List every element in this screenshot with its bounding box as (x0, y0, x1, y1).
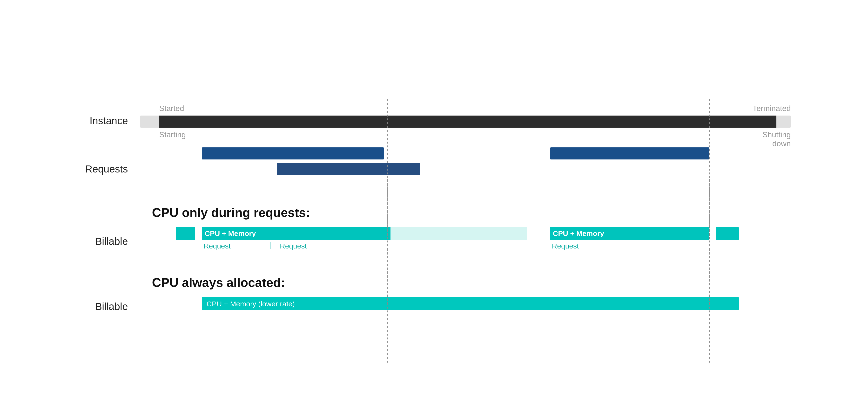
instance-row: Instance Started Terminated Starting Shu… (78, 104, 791, 138)
instance-post-bar (776, 116, 791, 128)
billable-always-bar: CPU + Memory (lower rate) (202, 297, 739, 310)
instance-top-labels: Started Terminated (140, 104, 791, 113)
requests-area (140, 147, 791, 191)
requests-row: Requests (78, 147, 791, 191)
terminated-label: Terminated (752, 104, 790, 113)
instance-main-bar (159, 116, 776, 128)
instance-timeline: Started Terminated Starting Shutting dow… (140, 104, 791, 138)
billable-sub-request-3: Request (552, 242, 579, 250)
diagram-container: Instance Started Terminated Starting Shu… (49, 85, 820, 336)
billable-sub-request-1: Request (204, 242, 231, 250)
billable-cpu-memory-label-2: CPU + Memory (553, 229, 604, 237)
billable-sub-request-2: Request (280, 242, 307, 250)
billable-seg-req3: CPU + Memory (550, 227, 710, 240)
cpu-always-heading: CPU always allocated: (78, 275, 791, 290)
billable-cpu-memory-label-1: CPU + Memory (205, 229, 256, 237)
billable-label-2: Billable (78, 301, 140, 312)
instance-pre-bar (140, 116, 159, 128)
billable-always-area: CPU + Memory (lower rate) (140, 297, 791, 316)
billable-cpu-only-area: CPU + Memory CPU + Memory Request Reques… (140, 227, 791, 256)
billable-cpu-only-timeline: CPU + Memory CPU + Memory Request Reques… (140, 227, 791, 256)
request-bar-1 (202, 147, 384, 160)
billable-always-text: CPU + Memory (lower rate) (207, 300, 295, 308)
billable-cpu-always-timeline: CPU + Memory (lower rate) (140, 297, 791, 316)
billable-cpu-only-row: Billable CPU + Memory CPU + Memory (78, 227, 791, 256)
starting-label: Starting (159, 130, 186, 148)
requests-timeline (140, 147, 791, 191)
instance-bar-row (140, 114, 791, 129)
instance-bottom-labels: Starting Shutting down (140, 130, 791, 148)
started-label: Started (159, 104, 184, 113)
billable-seg-startup (176, 227, 195, 240)
requests-label: Requests (78, 163, 140, 175)
billable-seg-shutdown (716, 227, 739, 240)
instance-label: Instance (78, 115, 140, 127)
request-bar-2 (277, 163, 420, 175)
billable-cpu-always-row: Billable CPU + Memory (lower rate) (78, 297, 791, 316)
cpu-only-heading: CPU only during requests: (78, 205, 791, 220)
instance-wrapper: Started Terminated Starting Shutting dow… (140, 104, 791, 133)
billable-label-1: Billable (78, 236, 140, 247)
billable-sub-divider (270, 242, 271, 249)
request-bar-3 (550, 147, 710, 160)
shutting-down-label: Shutting down (762, 130, 791, 148)
billable-seg-req2 (277, 227, 388, 240)
